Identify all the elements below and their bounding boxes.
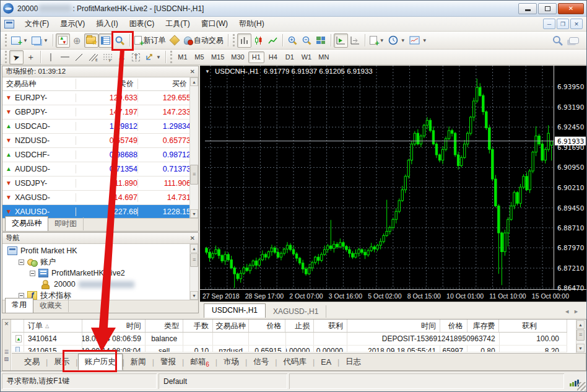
navigator-scrollbar[interactable]: ▲ ▼ bbox=[189, 244, 198, 300]
restore-button[interactable] bbox=[538, 3, 557, 14]
cursor-tool-button[interactable]: ➤ bbox=[9, 50, 24, 64]
timeframe-W1-button[interactable]: W1 bbox=[298, 51, 315, 63]
header-tp[interactable]: 获利 bbox=[314, 320, 347, 332]
child-restore-button[interactable]: ❐ bbox=[557, 19, 569, 29]
terminal-row-3410614[interactable]: ▲34106142018.09.14 08:06:59balanceDEPOSI… bbox=[12, 333, 567, 346]
market-watch-row-AUDUSD-[interactable]: ▲AUDUSD-0.713540.71373 bbox=[2, 162, 198, 176]
column-symbol[interactable]: 交易品种 bbox=[2, 79, 76, 89]
search-icon[interactable] bbox=[552, 35, 563, 46]
trendline-button[interactable] bbox=[72, 50, 86, 64]
market-watch-row-NZDUSD-[interactable]: ▼NZDUSD-0.657490.65773 bbox=[2, 134, 198, 148]
autotrading-button[interactable]: 自动交易 bbox=[182, 33, 225, 48]
chart-collapse-icon[interactable]: ▼ bbox=[205, 69, 210, 74]
terminal-tab-信号[interactable]: 信号 bbox=[247, 354, 275, 370]
column-ask[interactable]: 买价 bbox=[137, 79, 191, 89]
terminal-toggle-button[interactable] bbox=[98, 33, 113, 48]
close-button[interactable]: ✕ bbox=[558, 3, 584, 14]
nav-item-账户[interactable]: 账户 bbox=[2, 256, 198, 268]
terminal-tab-日志[interactable]: 日志 bbox=[339, 354, 367, 370]
header-symbol[interactable]: 交易品种 bbox=[213, 320, 249, 332]
navigator-toggle-button[interactable] bbox=[84, 33, 98, 48]
terminal-tab-账户历史[interactable]: 账户历史 bbox=[78, 354, 123, 370]
menu-item-窗口(W)[interactable]: 窗口(W) bbox=[196, 17, 233, 31]
terminal-tab-新闻[interactable]: 新闻 bbox=[124, 354, 152, 370]
terminal-tab-邮箱[interactable]: 邮箱6 bbox=[184, 354, 215, 370]
data-window-button[interactable]: ⊕ bbox=[70, 33, 84, 48]
candlestick-chart-button[interactable] bbox=[251, 33, 266, 48]
child-close-button[interactable]: ✕ bbox=[570, 19, 583, 29]
header-sl[interactable]: 止损 bbox=[285, 320, 314, 332]
timeframe-MN-button[interactable]: MN bbox=[315, 51, 332, 63]
terminal-tab-EA[interactable]: EA bbox=[315, 355, 337, 369]
arrows-tool-button[interactable]: ▼ bbox=[143, 50, 163, 64]
chart-shift-button[interactable] bbox=[348, 33, 362, 48]
market-watch-close-icon[interactable]: ✕ bbox=[190, 68, 195, 75]
metaeditor-button[interactable] bbox=[168, 33, 182, 48]
navigator-close-icon[interactable]: ✕ bbox=[190, 235, 195, 242]
column-bid[interactable]: 卖价 bbox=[76, 79, 137, 89]
menu-item-帮助(H)[interactable]: 帮助(H) bbox=[233, 17, 270, 31]
terminal-tab-交易[interactable]: 交易 bbox=[18, 354, 46, 370]
horizontal-line-button[interactable] bbox=[58, 50, 72, 64]
collapse-expander-icon[interactable] bbox=[30, 271, 35, 276]
timeframe-H1-button[interactable]: H1 bbox=[248, 51, 264, 63]
fibonacci-button[interactable]: F bbox=[100, 50, 115, 64]
market-watch-tab-即时图[interactable]: 即时图 bbox=[48, 217, 84, 230]
nav-item-20000[interactable]: 20000 bbox=[2, 279, 198, 290]
profiles-button[interactable]: ▼ bbox=[30, 33, 50, 48]
resize-grip[interactable] bbox=[577, 382, 586, 391]
toolbar-grip[interactable] bbox=[5, 34, 7, 46]
text-tool-button[interactable]: A bbox=[115, 50, 129, 64]
market-watch-toggle-button[interactable] bbox=[56, 33, 70, 48]
zoom-out-button[interactable] bbox=[300, 33, 314, 48]
child-minimize-button[interactable]: ─ bbox=[543, 19, 555, 29]
toolbar-grip[interactable] bbox=[5, 51, 7, 63]
vertical-line-button[interactable] bbox=[43, 50, 58, 64]
new-chart-button[interactable]: ▼ bbox=[9, 33, 30, 48]
market-watch-row-XAGUSD-[interactable]: ▼XAGUSD-14.69714.731 bbox=[2, 191, 198, 205]
header-lots[interactable]: 手数 bbox=[183, 320, 213, 332]
chart-tabs-scroll-left-icon[interactable]: ◄ bbox=[564, 308, 573, 315]
terminal-close-icon[interactable]: ✕ bbox=[4, 321, 9, 327]
market-watch-row-USDCHF-[interactable]: ▲USDCHF-0.986880.98712 bbox=[2, 148, 198, 162]
chart-area[interactable]: ▼ USDCNH-,H1 6.91779 6.91937 6.91205 6.9… bbox=[200, 66, 586, 302]
channel-button[interactable]: E bbox=[86, 50, 100, 64]
navigator-titlebar[interactable]: 导航 ✕ bbox=[2, 233, 198, 244]
strategy-tester-button[interactable] bbox=[113, 33, 127, 48]
terminal-tab-代码库[interactable]: 代码库 bbox=[277, 354, 313, 370]
header-ctime[interactable]: 时间 bbox=[347, 320, 440, 332]
header-type[interactable]: 类型 bbox=[146, 320, 184, 332]
terminal-tab-展示[interactable]: 展示 bbox=[48, 354, 76, 370]
header-cprice[interactable]: 价格 bbox=[440, 320, 467, 332]
market-watch-titlebar[interactable]: 市场报价: 01:39:12 ✕ bbox=[2, 66, 198, 77]
market-watch-tab-交易品种[interactable]: 交易品种 bbox=[5, 216, 48, 231]
chart-tabs-scroll-right-icon[interactable]: ► bbox=[573, 308, 583, 315]
header-profit[interactable]: 获利 bbox=[499, 320, 567, 332]
templates-button[interactable]: ▼ bbox=[407, 33, 429, 48]
market-watch-row-EURJPY-[interactable]: ▼EURJPY-129.633129.655 bbox=[2, 91, 198, 105]
toolbar-grip[interactable] bbox=[233, 34, 235, 46]
crosshair-tool-button[interactable]: ＋ bbox=[24, 50, 38, 64]
header-price[interactable]: 价格 bbox=[249, 320, 286, 332]
indicators-button[interactable]: ▼ bbox=[368, 33, 386, 48]
text-label-button[interactable]: T bbox=[129, 50, 143, 64]
menu-item-插入(I)[interactable]: 插入(I) bbox=[90, 17, 123, 31]
periods-button[interactable]: ▼ bbox=[386, 33, 407, 48]
timeframe-D1-button[interactable]: D1 bbox=[282, 51, 298, 63]
menu-item-显示(V)[interactable]: 显示(V) bbox=[54, 17, 90, 31]
bar-chart-button[interactable] bbox=[237, 33, 251, 48]
market-watch-row-USDJPY-[interactable]: ▼USDJPY-111.890111.906 bbox=[2, 176, 198, 191]
status-profile[interactable]: Default bbox=[159, 373, 287, 389]
timeframe-M5-button[interactable]: M5 bbox=[191, 51, 207, 63]
nav-item-Profit Market HK[interactable]: Profit Market HK bbox=[2, 245, 198, 256]
zoom-in-button[interactable] bbox=[285, 33, 300, 48]
chart-tab-XAGUSD-,H1[interactable]: XAGUSD-,H1 bbox=[266, 305, 326, 318]
navigator-tab-收藏夹[interactable]: 收藏夹 bbox=[33, 299, 69, 312]
new-order-button[interactable]: 新订单 bbox=[133, 33, 168, 48]
auto-scroll-button[interactable] bbox=[334, 33, 348, 48]
market-watch-row-USDCAD-[interactable]: ▲USDCAD-1.298121.29834 bbox=[2, 120, 198, 134]
header-order[interactable]: 订单△ bbox=[24, 320, 82, 332]
market-watch-row-GBPJPY-[interactable]: ▼GBPJPY-147.197147.233 bbox=[2, 105, 198, 120]
timeframe-M30-button[interactable]: M30 bbox=[228, 51, 247, 63]
title-bar[interactable]: 20000 : ProfitMarketHK-Live2 - [USDCNH-,… bbox=[1, 1, 586, 17]
